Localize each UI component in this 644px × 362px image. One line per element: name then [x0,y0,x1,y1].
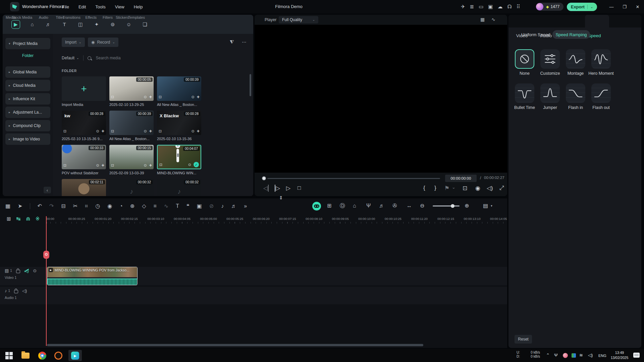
scrubber-track[interactable] [267,178,440,179]
restore-button[interactable]: ❐ [618,0,631,13]
zoom-slider-handle[interactable] [451,204,454,208]
credits-badge[interactable]: ◆ 1477 [537,3,564,11]
snap-magnet-icon[interactable]: ⋒ [26,216,30,221]
ai-copilot-button[interactable] [312,202,321,210]
tray-utility-icon[interactable] [572,353,576,358]
media-tile[interactable]: ♪00:00:32⊡⊙+ [157,179,201,196]
quality-dropdown[interactable]: Full Quality⌄ [279,16,318,23]
preset-hero-moment[interactable] [591,49,611,69]
motion-track-icon[interactable]: ⊕ [130,203,135,209]
media-tile[interactable]: 00:00:15⊡⊙+2025-02-09 13-03-39 [109,145,154,175]
mask-icon[interactable]: ⌂ [353,203,356,208]
sidebar-item-image-to-video[interactable]: ▸Image to Video [5,133,50,145]
import-media-tile[interactable]: +Import Media [62,76,106,107]
import-media-dropzone[interactable]: + [62,76,106,101]
next-frame-button[interactable]: ▷ [275,185,280,192]
sidebar-item-project-media[interactable]: ▾Project Media [5,38,50,49]
timeline-scrollbar[interactable] [47,344,423,346]
media-grid-icon[interactable]: ▦ [5,203,10,209]
add-to-timeline-icon[interactable]: + [149,163,152,168]
wifi-icon[interactable]: ≋ [579,353,583,358]
split-screen-preview-icon[interactable]: ▦ [480,17,485,22]
sort-chevron-icon[interactable]: ⌄ [76,56,79,60]
menu-help[interactable]: Help [134,4,143,9]
add-to-timeline-icon[interactable]: + [197,128,200,134]
media-tile[interactable]: 00:00:05⊡⊙+2025-02-10 13-29-25 [109,76,154,107]
preset-flash-out[interactable] [591,83,611,103]
speaker-icon[interactable]: ◁) [588,353,593,358]
ai-audio-icon[interactable]: ♪ [221,203,224,209]
sidebar-item-compound-clip[interactable]: ▸Compound Clip [5,120,50,131]
tab-titles[interactable]: TTitles [60,20,68,28]
green-screen-icon[interactable]: ▣ [197,203,202,209]
duplicate-icon[interactable]: ⊞ [7,216,11,221]
sidebar-item-folder[interactable]: Folder [3,53,53,58]
ripple-link-icon[interactable]: ↹ [16,216,21,221]
record-button[interactable]: ◉ Record⌄ [88,38,118,47]
ai-music-icon[interactable]: ♬ [231,203,236,209]
media-tile[interactable]: 00:00:39⊡⊙+All New Atlas _ Boston... [109,111,154,141]
save-icon[interactable]: ▣ [488,4,493,10]
video-scope-icon[interactable]: ∿ [491,17,495,22]
menu-view[interactable]: View [115,4,124,9]
stop-button[interactable]: □ [298,185,301,191]
file-explorer-icon[interactable] [21,353,30,359]
preset-bullet-time[interactable] [515,83,534,103]
preset-flash-in[interactable] [566,83,585,103]
select-tool-icon[interactable]: ➤ [18,203,22,209]
delete-icon[interactable]: ⊟ [61,203,65,209]
marker-button[interactable]: ⚑ [444,185,449,192]
chrome-icon[interactable] [38,352,46,360]
adjustment-icon[interactable]: ≡ [154,203,157,209]
timer-icon[interactable]: ◔ [119,203,123,209]
share-icon[interactable]: ✈ [461,4,465,10]
project-settings-icon[interactable]: ≣ [470,4,474,10]
tab-stock-media[interactable]: ⌂Stock Media [28,20,36,28]
import-button[interactable]: Import⌄ [62,38,85,47]
record-camera-icon[interactable]: ⊞ [327,203,331,208]
tray-expand-icon[interactable]: ⌃ [546,353,550,358]
voiceover-mic-icon[interactable]: Ψ [366,203,371,208]
timeline-clip[interactable]: ▶ MIND-BLOWING WINNING POV from Jackso..… [47,267,138,285]
tab-effects[interactable]: ✦Effects [93,20,101,28]
tab-media[interactable]: ▶Media [11,20,20,29]
sidebar-item-adjustment-la-[interactable]: ▸Adjustment La... [5,107,50,118]
more-options-icon[interactable]: ⋯ [242,39,247,45]
timeline-zoom-slider[interactable] [433,205,460,206]
timeline-ruler[interactable]: 00:0000:00:00:2500:00:01:2000:00:02:1500… [45,216,507,224]
trim-handle[interactable] [176,149,179,162]
start-button[interactable] [5,352,13,360]
add-to-timeline-icon[interactable]: + [149,94,152,100]
fullscreen-button[interactable]: ⤢ [499,185,504,191]
undo-icon[interactable]: ↶ [38,203,42,209]
crop-icon[interactable]: ⌗ [85,203,88,209]
playhead-marker[interactable] [43,251,49,259]
audio-track-lane[interactable] [0,287,507,304]
scrubber-handle[interactable] [262,176,266,180]
media-tile[interactable]: 00:00:39⊡⊙+All New Atlas _ Boston... [157,76,201,107]
mute-track-icon[interactable]: ◁) [24,268,29,273]
media-tile[interactable]: ♪00:00:32⊡⊙+ [109,179,154,196]
filter-icon[interactable]: ⧨ [230,39,234,45]
language-indicator[interactable]: ENG [598,353,606,358]
hide-track-icon[interactable]: ⊙ [33,268,37,273]
fit-timeline-icon[interactable]: ↔ [407,203,412,208]
add-to-timeline-icon[interactable]: + [102,128,104,134]
video-preview[interactable] [255,25,507,173]
audio-volume-icon[interactable]: ◁) [22,289,27,293]
preset-none[interactable] [515,49,534,69]
add-to-timeline-icon[interactable]: + [197,94,200,100]
media-tile[interactable]: X Blackw00:00:28⊡⊙+2025-02-10 13-15-36 [157,111,201,141]
marker-dropdown[interactable]: ⌄ [452,185,455,190]
reset-button[interactable]: Reset [515,335,532,344]
clock[interactable]: 13:4913/02/2025 [608,350,631,360]
zoom-out-icon[interactable]: ⊖ [420,203,424,208]
audio-mixer-icon[interactable]: ♬ [379,203,384,208]
add-to-timeline-icon[interactable]: + [102,163,104,168]
filmora-taskbar-button[interactable]: ▶ [68,350,82,361]
media-scrollbar[interactable] [250,74,251,96]
preset-customize[interactable] [540,49,560,69]
lock-track-icon[interactable] [16,270,20,273]
split-icon[interactable]: ✂ [73,203,77,209]
notification-center-icon[interactable] [633,353,640,358]
